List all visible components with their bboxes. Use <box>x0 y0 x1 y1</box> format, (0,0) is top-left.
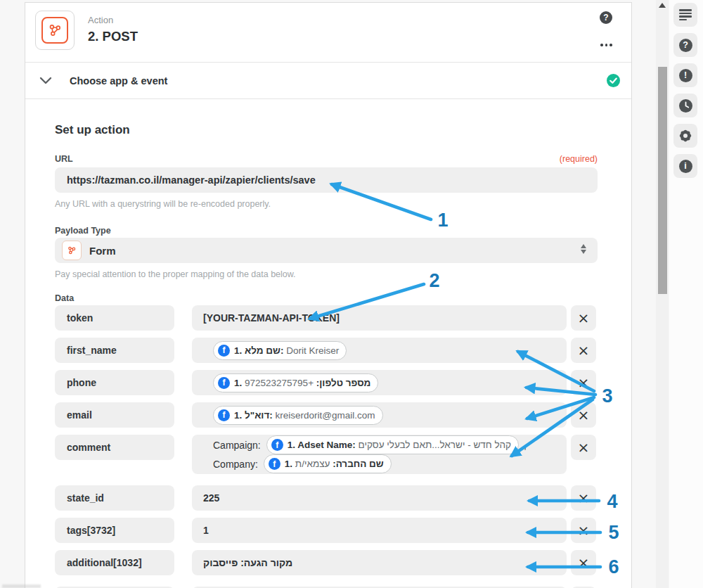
remove-row-button[interactable]: × <box>571 435 596 460</box>
webhook-app-icon <box>35 11 75 50</box>
chevron-down-icon <box>39 77 52 84</box>
url-label: URL <box>55 154 73 164</box>
data-row-state-id: state_id 225 × <box>55 485 631 511</box>
pill-label: 1. שם מלא: <box>234 345 283 356</box>
key-input[interactable]: additional[1032] <box>55 550 174 575</box>
comment-text: Company: <box>213 459 258 470</box>
payload-type-value: Form <box>89 245 116 257</box>
key-input[interactable]: token <box>55 305 174 331</box>
select-arrows-icon <box>581 244 586 254</box>
scrollbar-thumb[interactable] <box>658 67 667 294</box>
facebook-icon: f <box>218 345 230 357</box>
value-input[interactable]: f 1. דוא"ל: kreiserdorit@gmail.com <box>192 402 567 428</box>
facebook-icon: f <box>218 409 230 421</box>
url-input[interactable]: https://tazman.co.il/manager-api/zapier/… <box>55 167 598 193</box>
info-button[interactable]: i <box>673 154 697 178</box>
mapped-field-pill[interactable]: f 1. מספר טלפון: +972523275795 <box>213 373 378 392</box>
remove-row-button[interactable]: × <box>571 518 596 543</box>
dot <box>600 44 603 46</box>
help-icon[interactable]: ? <box>600 11 612 24</box>
data-row-tags: tags[3732] 1 × <box>55 518 631 543</box>
dot <box>610 44 612 46</box>
watermark-smudge <box>2 584 41 588</box>
facebook-icon: f <box>271 439 283 451</box>
scrollbar-up-arrow[interactable] <box>659 3 666 8</box>
required-badge: (required) <box>560 154 598 164</box>
data-row-email: email f 1. דוא"ל: kreiserdorit@gmail.com… <box>55 402 631 428</box>
pill-label: 1. דוא"ל: <box>234 410 273 421</box>
data-row-token: token [YOUR-TAZMAN-API-TOKEN] × <box>55 305 631 331</box>
gear-icon <box>678 129 692 143</box>
dot <box>605 44 608 46</box>
value-input[interactable]: מקור הגעה: פייסבוק <box>192 550 567 575</box>
value-text: מקור הגעה: פייסבוק <box>203 557 292 568</box>
info-icon: i <box>679 160 692 173</box>
text-lines-icon <box>679 9 692 20</box>
value-input[interactable]: 1 <box>192 518 567 543</box>
url-help-text: Any URL with a querystring will be re-en… <box>55 199 598 209</box>
remove-row-button[interactable]: × <box>571 485 596 511</box>
exclamation-icon: ! <box>679 69 692 82</box>
step-header: Action 2. POST ? <box>25 3 631 63</box>
facebook-icon: f <box>218 377 230 389</box>
pill-value: kreiserdorit@gmail.com <box>273 410 375 421</box>
remove-row-button[interactable]: × <box>571 338 596 363</box>
mapped-field-pill[interactable]: f 1. Adset Name: קהל חדש - ישראל...תאם ל… <box>266 435 519 454</box>
mapped-field-pill[interactable]: f 1. דוא"ל: kreiserdorit@gmail.com <box>213 406 383 425</box>
success-check-icon <box>607 74 620 87</box>
notes-button[interactable] <box>673 3 697 27</box>
more-options-icon[interactable] <box>600 44 612 46</box>
step-title: 2. POST <box>88 29 138 44</box>
key-input[interactable]: tags[3732] <box>55 518 174 543</box>
value-input[interactable]: [YOUR-TAZMAN-API-TOKEN] <box>192 305 567 331</box>
data-rows: token [YOUR-TAZMAN-API-TOKEN] × first_na… <box>55 305 631 575</box>
step-kicker: Action <box>88 15 113 25</box>
key-input[interactable]: first_name <box>55 338 174 363</box>
right-toolbar: ? ! i <box>669 0 703 588</box>
pill-value: +972523275795 <box>245 378 316 388</box>
data-row-comment: comment Campaign: f 1. Adset Name: קהל ח… <box>55 435 631 474</box>
data-row-additional: additional[1032] מקור הגעה: פייסבוק × <box>55 550 631 575</box>
key-input[interactable]: email <box>55 402 174 428</box>
value-input[interactable]: f 1. שם מלא: Dorit Kreiser <box>192 338 567 363</box>
action-step-panel: Action 2. POST ? Choose app & event Set … <box>25 2 632 588</box>
pill-value: Dorit Kreiser <box>283 345 339 356</box>
key-input[interactable]: state_id <box>55 485 174 511</box>
choose-app-event-section[interactable]: Choose app & event <box>25 63 631 99</box>
setup-action-section: Set up action URL (required) https://taz… <box>25 99 631 575</box>
help-button[interactable]: ? <box>673 33 697 57</box>
pill-value: עצמאי/ת <box>295 459 333 469</box>
data-label: Data <box>55 293 74 303</box>
remove-row-button[interactable]: × <box>571 402 596 428</box>
pill-value: קהל חדש - ישראל...תאם לבעלי עסקים <box>356 440 511 450</box>
clock-icon <box>679 99 692 113</box>
key-input[interactable]: phone <box>55 370 174 395</box>
remove-row-button[interactable]: × <box>571 550 596 575</box>
comment-text: Campaign: <box>213 440 261 451</box>
settings-button[interactable] <box>673 124 697 148</box>
webhook-icon-small <box>62 241 82 260</box>
issues-button[interactable]: ! <box>673 63 697 87</box>
value-input[interactable]: f 1. מספר טלפון: +972523275795 <box>192 370 567 395</box>
comment-text: , <box>524 440 527 451</box>
mapped-field-pill[interactable]: f 1. שם החברה: עצמאי/ת <box>264 454 392 473</box>
value-input[interactable]: Campaign: f 1. Adset Name: קהל חדש - ישר… <box>192 435 567 474</box>
data-row-first-name: first_name f 1. שם מלא: Dorit Kreiser × <box>55 338 631 363</box>
key-input[interactable]: comment <box>55 435 174 460</box>
payload-type-label: Payload Type <box>55 226 111 236</box>
choose-app-event-label: Choose app & event <box>70 75 167 87</box>
data-row-phone: phone f 1. מספר טלפון: +972523275795 × <box>55 370 631 395</box>
question-icon: ? <box>679 39 692 52</box>
remove-row-button[interactable]: × <box>571 370 596 395</box>
mapped-field-pill[interactable]: f 1. שם מלא: Dorit Kreiser <box>213 341 347 360</box>
pill-label: 1. Adset Name: <box>288 440 356 450</box>
section-heading: Set up action <box>55 123 631 137</box>
value-input[interactable]: 225 <box>192 485 567 511</box>
facebook-icon: f <box>269 458 280 470</box>
payload-type-select[interactable]: Form <box>55 238 598 263</box>
remove-row-button[interactable]: × <box>571 305 596 331</box>
payload-help-text: Pay special attention to the proper mapp… <box>55 269 598 279</box>
webhook-icon <box>41 17 68 44</box>
history-button[interactable] <box>673 94 697 117</box>
